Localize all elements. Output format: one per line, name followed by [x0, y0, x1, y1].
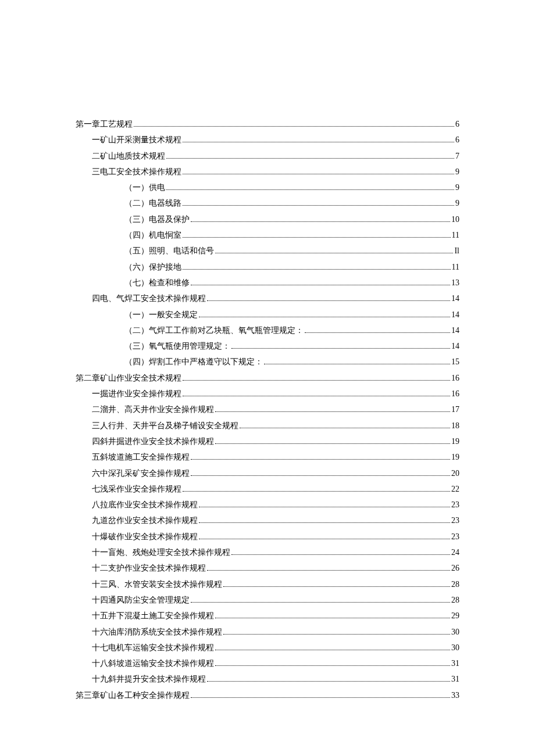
toc-entry[interactable]: 七浅采作业安全操作规程22	[76, 481, 459, 497]
toc-leader-dots	[191, 216, 450, 222]
toc-label: 十六油库消防系统安全技术操作规程	[92, 624, 222, 640]
toc-entry[interactable]: 一矿山开采测量技术规程6	[76, 132, 459, 148]
toc-leader-dots	[183, 485, 450, 492]
toc-leader-dots	[183, 136, 454, 142]
toc-leader-dots	[231, 342, 450, 349]
toc-page-number: 33	[451, 687, 459, 703]
toc-leader-dots	[215, 438, 450, 444]
toc-label: （四）焊割工作中严格遵守以下规定：	[124, 354, 263, 370]
toc-leader-dots	[215, 644, 450, 650]
toc-entry[interactable]: （二）电器线路9	[76, 195, 459, 211]
toc-label: （二）电器线路	[124, 195, 181, 211]
toc-entry[interactable]: 十七电机车运输安全技术操作规程30	[76, 640, 459, 655]
toc-leader-dots	[183, 374, 450, 381]
toc-leader-dots	[166, 152, 454, 158]
toc-page-number: 14	[451, 307, 459, 323]
toc-entry[interactable]: 十四通风防尘安全管理规定28	[76, 592, 459, 608]
toc-page-number: 11	[452, 259, 459, 275]
toc-entry[interactable]: 八拉底作业安全技术操作规程23	[76, 497, 459, 513]
toc-leader-dots	[223, 628, 450, 634]
toc-page-number: 31	[451, 671, 459, 687]
toc-page-number: 23	[451, 497, 459, 513]
toc-page-number: 14	[451, 291, 459, 306]
toc-entry[interactable]: （六）保护接地11	[76, 259, 459, 275]
toc-leader-dots	[199, 310, 450, 317]
toc-leader-dots	[207, 675, 450, 682]
toc-entry[interactable]: 第三章矿山各工种安全操作规程33	[76, 687, 459, 703]
toc-page-number: 16	[451, 386, 459, 402]
toc-leader-dots	[183, 168, 454, 174]
toc-entry[interactable]: 四电、气焊工安全技术操作规程14	[76, 291, 459, 306]
toc-label: （四）机电恫室	[124, 227, 181, 243]
toc-page-number: 13	[451, 275, 459, 291]
toc-label: （三）氧气瓶使用管理规定：	[124, 338, 230, 354]
toc-page-number: 23	[451, 529, 459, 544]
toc-page-number: 19	[451, 449, 459, 465]
toc-page-number: 22	[451, 481, 459, 497]
toc-entry[interactable]: （四）焊割工作中严格遵守以下规定：15	[76, 354, 459, 370]
toc-entry[interactable]: （二）气焊工工作前对乙块瓶、氧气瓶管理规定：14	[76, 323, 459, 338]
toc-leader-dots	[191, 453, 450, 460]
toc-label: 八拉底作业安全技术操作规程	[92, 497, 198, 513]
toc-entry[interactable]: 九道岔作业安全技术操作规程23	[76, 513, 459, 528]
toc-label: 十二支护作业安全技术操作规程	[92, 560, 206, 576]
toc-label: 四斜井掘进作业安全技术操作规程	[92, 433, 214, 449]
toc-entry[interactable]: 十六油库消防系统安全技术操作规程30	[76, 624, 459, 640]
toc-label: （一）供电	[124, 180, 165, 195]
toc-entry[interactable]: （五）照明、电话和信号Il	[76, 243, 459, 259]
toc-entry[interactable]: 十爆破作业安全技术操作规程23	[76, 529, 459, 544]
toc-entry[interactable]: 三电工安全技术操作规程9	[76, 164, 459, 180]
toc-leader-dots	[166, 184, 454, 190]
toc-label: （三）电器及保护	[124, 212, 190, 227]
toc-entry[interactable]: 十九斜井提升安全技术操作规程31	[76, 671, 459, 687]
toc-entry[interactable]: 十五井下混凝土施工安全操作规程29	[76, 608, 459, 624]
toc-label: 十五井下混凝土施工安全操作规程	[92, 608, 214, 624]
toc-leader-dots	[199, 501, 450, 507]
toc-page-number: 19	[451, 433, 459, 449]
toc-entry[interactable]: （一）一般安全规定14	[76, 307, 459, 323]
toc-page-number: 11	[452, 227, 459, 243]
toc-page-number: 18	[451, 418, 459, 433]
toc-entry[interactable]: 十八斜坡道运输安全技术操作规程31	[76, 655, 459, 671]
toc-page-number: 6	[455, 116, 459, 132]
toc-entry[interactable]: （七）检查和维修13	[76, 275, 459, 291]
toc-label: （二）气焊工工作前对乙块瓶、氧气瓶管理规定：	[124, 323, 304, 338]
toc-label: 二溜井、高天井作业安全操作规程	[92, 402, 214, 417]
toc-entry[interactable]: 第一章工艺规程6	[76, 116, 459, 132]
toc-entry[interactable]: 十三风、水管安装安全技术操作规程28	[76, 576, 459, 592]
toc-entry[interactable]: 二矿山地质技术规程7	[76, 148, 459, 164]
toc-label: 十七电机车运输安全技术操作规程	[92, 640, 214, 655]
toc-label: 十一盲炮、残炮处理安全技术操作规程	[92, 544, 230, 560]
toc-label: 十八斜坡道运输安全技术操作规程	[92, 655, 214, 671]
toc-entry[interactable]: 第二章矿山作业安全技术规程16	[76, 370, 459, 386]
toc-entry[interactable]: （一）供电9	[76, 180, 459, 195]
toc-entry[interactable]: 五斜坡道施工安全操作规程19	[76, 449, 459, 465]
toc-label: 一矿山开采测量技术规程	[92, 132, 181, 148]
toc-entry[interactable]: 四斜井掘进作业安全技术操作规程19	[76, 433, 459, 449]
toc-page-number: 30	[451, 624, 459, 640]
toc-entry[interactable]: 三人行井、天井平台及梯子铺设安全规程18	[76, 418, 459, 433]
toc-page-number: 14	[451, 338, 459, 354]
toc-entry[interactable]: 六中深孔采矿安全操作规程20	[76, 465, 459, 481]
toc-page-number: 6	[455, 132, 459, 148]
toc-leader-dots	[264, 358, 450, 364]
toc-page-number: 24	[451, 544, 459, 560]
toc-page-number: 20	[451, 465, 459, 481]
toc-page-number: 23	[451, 513, 459, 528]
toc-label: 十三风、水管安装安全技术操作规程	[92, 576, 222, 592]
toc-entry[interactable]: 十二支护作业安全技术操作规程26	[76, 560, 459, 576]
toc-entry[interactable]: （四）机电恫室11	[76, 227, 459, 243]
toc-leader-dots	[223, 580, 450, 586]
toc-entry[interactable]: （三）氧气瓶使用管理规定：14	[76, 338, 459, 354]
toc-page-number: 10	[451, 212, 459, 227]
toc-label: 第三章矿山各工种安全操作规程	[76, 687, 190, 703]
toc-entry[interactable]: 一掘进作业安全操作规程16	[76, 386, 459, 402]
toc-leader-dots	[215, 660, 450, 666]
toc-page-number: Il	[454, 243, 459, 259]
toc-entry[interactable]: （三）电器及保护10	[76, 212, 459, 227]
toc-label: 十爆破作业安全技术操作规程	[92, 529, 198, 544]
toc-label: 九道岔作业安全技术操作规程	[92, 513, 198, 528]
toc-entry[interactable]: 十一盲炮、残炮处理安全技术操作规程24	[76, 544, 459, 560]
toc-label: 七浅采作业安全操作规程	[92, 481, 181, 497]
toc-entry[interactable]: 二溜井、高天井作业安全操作规程17	[76, 402, 459, 417]
